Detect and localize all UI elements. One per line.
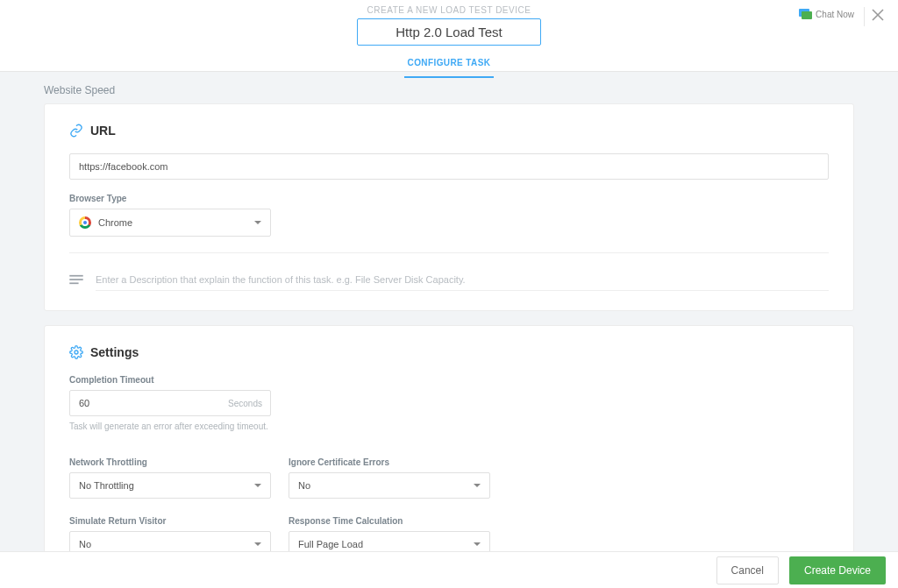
svg-point-5 xyxy=(75,351,78,354)
device-name-input[interactable] xyxy=(357,18,541,46)
return-visitor-value: No xyxy=(79,539,91,549)
create-device-button[interactable]: Create Device xyxy=(789,556,886,584)
divider xyxy=(864,7,865,26)
response-time-value: Full Page Load xyxy=(298,539,363,549)
throttling-value: No Throttling xyxy=(79,480,134,491)
link-icon xyxy=(69,124,83,138)
cert-label: Ignore Certificate Errors xyxy=(289,457,490,467)
browser-type-value: Chrome xyxy=(98,217,132,228)
cert-errors-value: No xyxy=(298,480,310,491)
footer: Cancel Create Device xyxy=(0,551,898,588)
timeout-label: Completion Timeout xyxy=(69,375,829,385)
return-visitor-label: Simulate Return Visitor xyxy=(69,516,271,526)
url-input[interactable] xyxy=(69,153,829,180)
settings-card-title: Settings xyxy=(90,345,139,359)
response-time-select[interactable]: Full Page Load xyxy=(289,531,490,551)
response-time-label: Response Time Calculation xyxy=(289,516,490,526)
browser-type-select[interactable]: Chrome xyxy=(69,209,271,237)
body-content[interactable]: Website Speed URL Browser Type Chrome xyxy=(0,72,898,551)
modal-header: CREATE A NEW LOAD TEST DEVICE CONFIGURE … xyxy=(0,0,898,72)
chevron-down-icon xyxy=(474,542,481,546)
chat-now-label: Chat Now xyxy=(816,10,854,19)
chevron-down-icon xyxy=(254,542,261,546)
tab-configure-task[interactable]: CONFIGURE TASK xyxy=(404,53,495,78)
url-card: URL Browser Type Chrome xyxy=(44,103,854,311)
timeout-note: Task will generate an error after exceed… xyxy=(69,422,829,431)
throttling-label: Network Throttling xyxy=(69,457,271,467)
chevron-down-icon xyxy=(254,221,261,224)
timeout-suffix: Seconds xyxy=(228,399,262,408)
return-visitor-select[interactable]: No xyxy=(69,531,271,551)
gear-icon xyxy=(69,345,83,359)
chat-now-button[interactable]: Chat Now xyxy=(799,9,854,19)
description-input[interactable] xyxy=(96,269,829,291)
divider xyxy=(69,252,829,253)
chevron-down-icon xyxy=(254,484,261,487)
close-icon xyxy=(872,9,884,21)
chat-icon xyxy=(799,9,811,19)
browser-type-label: Browser Type xyxy=(69,194,829,203)
header-title: CREATE A NEW LOAD TEST DEVICE xyxy=(0,0,898,15)
settings-card: Settings Completion Timeout Seconds Task… xyxy=(44,325,854,551)
chrome-icon xyxy=(79,216,91,229)
cancel-button[interactable]: Cancel xyxy=(716,556,779,584)
cert-errors-select[interactable]: No xyxy=(289,472,490,499)
chevron-down-icon xyxy=(474,484,481,487)
close-button[interactable] xyxy=(872,9,886,23)
throttling-select[interactable]: No Throttling xyxy=(69,472,271,499)
description-icon xyxy=(69,273,83,288)
url-card-title: URL xyxy=(90,124,116,138)
